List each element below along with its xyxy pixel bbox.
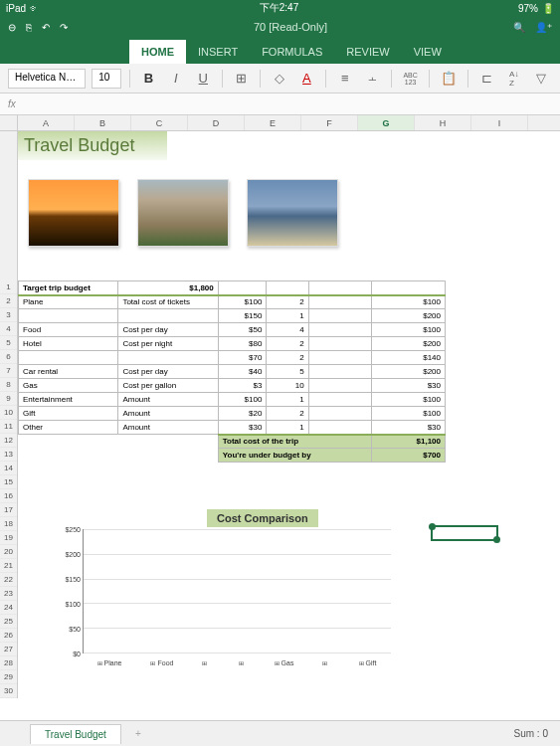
- row-10[interactable]: 10: [0, 406, 17, 420]
- row-27[interactable]: 27: [0, 643, 17, 656]
- col-I[interactable]: I: [471, 115, 528, 130]
- search-icon[interactable]: 🔍: [513, 22, 525, 33]
- selection-handle-tl[interactable]: [429, 523, 436, 530]
- table-row[interactable]: Plane Total cost of tickets $100 2 $100: [19, 295, 446, 309]
- chart-title[interactable]: Cost Comparison: [207, 509, 318, 527]
- table-row[interactable]: Car rental Cost per day $40 5 $200: [19, 365, 446, 379]
- device-label: iPad: [6, 3, 26, 14]
- add-sheet-button[interactable]: +: [125, 724, 151, 743]
- sheet-tab-active[interactable]: Travel Budget: [30, 724, 121, 744]
- row-30[interactable]: 30: [0, 684, 17, 698]
- target-budget-label[interactable]: Target trip budget: [19, 281, 118, 295]
- row-25[interactable]: 25: [0, 615, 17, 629]
- ribbon-toolbar: Helvetica Neue 10 B I U ⊞ ◇ A ≡ ⫠ ABC123…: [0, 64, 560, 93]
- row-6[interactable]: 6: [0, 350, 17, 364]
- col-F[interactable]: F: [301, 115, 358, 130]
- font-size-select[interactable]: 10: [92, 69, 121, 89]
- col-A[interactable]: A: [18, 115, 75, 130]
- bold-button[interactable]: B: [138, 68, 159, 90]
- align-icon[interactable]: ≡: [334, 68, 355, 90]
- filter-icon[interactable]: ▽: [530, 68, 551, 90]
- table-row[interactable]: Gas Cost per gallon $3 10 $30: [19, 379, 446, 393]
- table-row[interactable]: Hotel Cost per night $80 2 $200: [19, 337, 446, 351]
- row-11[interactable]: 11: [0, 420, 17, 434]
- tab-formulas[interactable]: FORMULAS: [250, 40, 334, 64]
- font-color-icon[interactable]: A: [296, 68, 317, 90]
- under-budget-label[interactable]: You're under budget by: [218, 449, 371, 463]
- row-28[interactable]: 28: [0, 656, 17, 670]
- selection-handle-br[interactable]: [493, 536, 500, 543]
- budget-table[interactable]: Target trip budget $1,800 Plane Total co…: [18, 280, 446, 463]
- row-4[interactable]: 4: [0, 322, 17, 336]
- col-E[interactable]: E: [245, 115, 301, 130]
- row-15[interactable]: 15: [0, 475, 17, 489]
- back-icon[interactable]: ⊖: [8, 22, 16, 33]
- title-cell[interactable]: Travel Budget: [18, 131, 167, 160]
- row-14[interactable]: 14: [0, 462, 17, 475]
- col-B[interactable]: B: [75, 115, 131, 130]
- italic-button[interactable]: I: [165, 68, 186, 90]
- row-23[interactable]: 23: [0, 587, 17, 601]
- table-row[interactable]: Food Cost per day $50 4 $100: [19, 323, 446, 337]
- file-icon[interactable]: ⎘: [26, 22, 32, 33]
- row-26[interactable]: 26: [0, 629, 17, 643]
- row-18[interactable]: 18: [0, 517, 17, 531]
- image-coast[interactable]: [247, 179, 338, 247]
- formula-bar[interactable]: fx: [0, 93, 560, 115]
- table-row[interactable]: $150 1 $200: [19, 309, 446, 323]
- col-D[interactable]: D: [188, 115, 245, 130]
- ribbon-tabs: HOME INSERT FORMULAS REVIEW VIEW: [0, 38, 560, 64]
- row-19[interactable]: 19: [0, 531, 17, 545]
- sort-filter-icon[interactable]: A↓Z: [503, 68, 524, 90]
- row-29[interactable]: 29: [0, 670, 17, 684]
- col-G[interactable]: G: [358, 115, 415, 130]
- select-all-corner[interactable]: [0, 115, 18, 130]
- row-3[interactable]: 3: [0, 308, 17, 322]
- image-sunset[interactable]: [28, 179, 119, 247]
- total-cost-label[interactable]: Total cost of the trip: [218, 435, 371, 449]
- underline-button[interactable]: U: [193, 68, 214, 90]
- under-budget-value[interactable]: $700: [372, 449, 446, 463]
- insert-cells-icon[interactable]: ⊏: [476, 68, 497, 90]
- merge-icon[interactable]: ⫠: [362, 68, 383, 90]
- selected-cell[interactable]: [431, 525, 498, 541]
- cell-styles-icon[interactable]: 📋: [438, 68, 459, 90]
- chart[interactable]: $0$50$100$150$200$250 PlaneFoodGasGift: [53, 529, 391, 668]
- col-H[interactable]: H: [415, 115, 471, 130]
- row-16[interactable]: 16: [0, 489, 17, 503]
- total-cost-value[interactable]: $1,100: [372, 435, 446, 449]
- row-22[interactable]: 22: [0, 573, 17, 587]
- tab-home[interactable]: HOME: [129, 40, 186, 64]
- table-row[interactable]: $70 2 $140: [19, 351, 446, 365]
- table-row[interactable]: Gift Amount $20 2 $100: [19, 407, 446, 421]
- number-format-icon[interactable]: ABC123: [400, 68, 421, 90]
- image-building[interactable]: [137, 179, 229, 247]
- undo-icon[interactable]: ↶: [42, 22, 50, 33]
- x-axis-label: Gas: [275, 656, 294, 668]
- fill-color-icon[interactable]: ◇: [269, 68, 289, 90]
- borders-icon[interactable]: ⊞: [231, 68, 252, 90]
- row-2[interactable]: 2: [0, 294, 17, 308]
- target-budget-value[interactable]: $1,800: [118, 281, 218, 295]
- col-C[interactable]: C: [131, 115, 188, 130]
- row-1[interactable]: 1: [0, 280, 17, 294]
- row-9[interactable]: 9: [0, 392, 17, 406]
- tab-review[interactable]: REVIEW: [334, 40, 401, 64]
- row-7[interactable]: 7: [0, 364, 17, 378]
- row-5[interactable]: 5: [0, 336, 17, 350]
- redo-icon[interactable]: ↷: [60, 22, 68, 33]
- sheet-content[interactable]: Travel Budget Target trip budget $1,800 …: [18, 131, 560, 698]
- share-icon[interactable]: 👤⁺: [535, 22, 552, 33]
- row-8[interactable]: 8: [0, 378, 17, 392]
- table-row[interactable]: Entertainment Amount $100 1 $100: [19, 393, 446, 407]
- tab-insert[interactable]: INSERT: [186, 40, 250, 64]
- row-20[interactable]: 20: [0, 545, 17, 559]
- table-row[interactable]: Other Amount $30 1 $30: [19, 421, 446, 435]
- row-24[interactable]: 24: [0, 601, 17, 615]
- row-21[interactable]: 21: [0, 559, 17, 573]
- tab-view[interactable]: VIEW: [402, 40, 454, 64]
- row-17[interactable]: 17: [0, 503, 17, 517]
- font-select[interactable]: Helvetica Neue: [8, 69, 86, 89]
- row-12[interactable]: 12: [0, 434, 17, 448]
- row-13[interactable]: 13: [0, 448, 17, 462]
